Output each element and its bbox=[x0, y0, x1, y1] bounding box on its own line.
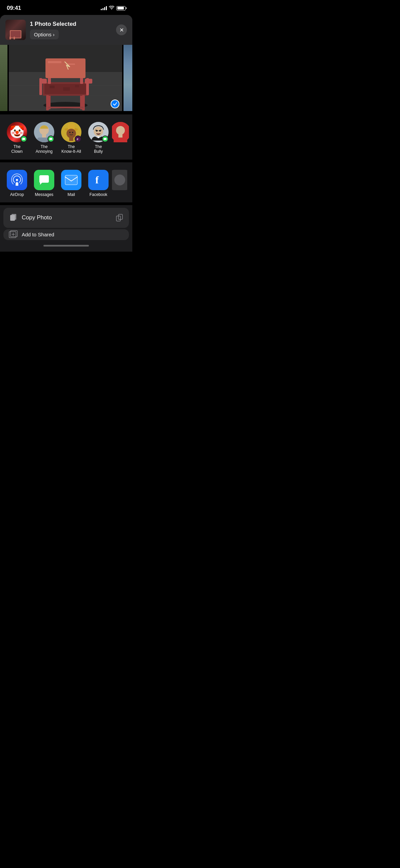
close-icon: ✕ bbox=[119, 27, 124, 33]
app-item-facebook[interactable]: f Facebook bbox=[85, 168, 112, 198]
close-button[interactable]: ✕ bbox=[116, 24, 127, 35]
svg-point-48 bbox=[16, 179, 18, 181]
add-shared-album-icon bbox=[9, 230, 18, 239]
add-shared-album-label: Add to Shared bbox=[22, 232, 54, 237]
mail-icon bbox=[61, 170, 81, 190]
app-item-more-partial[interactable] bbox=[112, 168, 127, 198]
copy-photo-icon bbox=[9, 213, 18, 223]
status-bar: 09:41 bbox=[0, 0, 132, 14]
share-sheet: 1 Photo Selected Options › ✕ bbox=[0, 15, 132, 252]
app-item-mail[interactable]: Mail bbox=[58, 168, 85, 198]
status-time: 09:41 bbox=[7, 5, 21, 12]
svg-rect-46 bbox=[118, 134, 122, 138]
fifth-avatar bbox=[112, 122, 129, 142]
app-item-messages[interactable]: Messages bbox=[31, 168, 58, 198]
airdrop-label: AirDrop bbox=[10, 192, 24, 197]
chair-image bbox=[9, 45, 122, 111]
signal-icon bbox=[101, 6, 107, 10]
airdrop-icon bbox=[7, 170, 27, 190]
section-gap-3 bbox=[0, 202, 132, 205]
svg-point-45 bbox=[116, 126, 125, 135]
copy-photo-row[interactable]: Copy Photo bbox=[3, 208, 129, 228]
svg-point-33 bbox=[66, 129, 76, 138]
messages-label: Messages bbox=[35, 192, 54, 197]
battery-icon bbox=[116, 6, 126, 11]
contact-item-partial[interactable] bbox=[112, 121, 129, 156]
contacts-section: TheClown bbox=[0, 114, 132, 160]
svg-point-41 bbox=[96, 130, 98, 132]
options-chevron: › bbox=[53, 32, 55, 37]
contact-item-annoying[interactable]: TheAnnoying bbox=[31, 121, 58, 156]
svg-point-40 bbox=[94, 127, 103, 136]
svg-rect-49 bbox=[65, 175, 77, 185]
more-app-icon bbox=[112, 170, 127, 190]
svg-rect-17 bbox=[86, 78, 89, 95]
apps-section: AirDrop Messages bbox=[0, 162, 132, 202]
svg-rect-20 bbox=[48, 107, 83, 108]
svg-point-52 bbox=[114, 175, 125, 185]
facebook-label: Facebook bbox=[90, 192, 108, 197]
apps-scroll[interactable]: AirDrop Messages bbox=[0, 168, 132, 198]
svg-rect-47 bbox=[114, 138, 127, 142]
slack-badge: # bbox=[75, 135, 81, 142]
svg-rect-36 bbox=[69, 138, 73, 141]
selected-checkmark bbox=[111, 100, 119, 108]
options-label: Options bbox=[34, 32, 52, 37]
contacts-scroll[interactable]: TheClown bbox=[0, 121, 132, 156]
home-indicator bbox=[43, 245, 89, 247]
copy-photo-icon-right bbox=[115, 214, 123, 222]
right-partial-photo[interactable] bbox=[123, 45, 132, 111]
svg-text:f: f bbox=[95, 174, 99, 185]
messages-badge-bully bbox=[102, 135, 109, 142]
svg-rect-22 bbox=[63, 87, 70, 91]
share-title-area: 1 Photo Selected Options › bbox=[30, 21, 112, 39]
svg-rect-12 bbox=[48, 61, 61, 63]
checkmark-icon bbox=[113, 102, 117, 106]
contact-item-bully[interactable]: TheBully bbox=[85, 121, 112, 156]
photo-strip bbox=[0, 45, 132, 111]
svg-point-42 bbox=[99, 130, 101, 132]
bully-name: TheBully bbox=[94, 144, 103, 154]
share-header: 1 Photo Selected Options › ✕ bbox=[0, 15, 132, 45]
copy-photo-label: Copy Photo bbox=[22, 214, 52, 221]
contact-item-clown[interactable]: TheClown bbox=[3, 121, 31, 156]
actions-section: Copy Photo bbox=[3, 208, 129, 228]
section-gap-1 bbox=[0, 111, 132, 114]
facebook-icon: f bbox=[88, 170, 109, 190]
options-button[interactable]: Options › bbox=[30, 30, 59, 39]
clown-name: TheClown bbox=[11, 144, 22, 154]
svg-point-35 bbox=[72, 132, 73, 133]
section-gap-2 bbox=[0, 160, 132, 162]
selected-photo-thumbnail bbox=[5, 20, 26, 40]
svg-rect-15 bbox=[39, 78, 42, 95]
contact-item-knowitall[interactable]: # TheKnow-It-All bbox=[58, 121, 85, 156]
messages-app-icon bbox=[34, 170, 54, 190]
svg-point-34 bbox=[69, 132, 71, 133]
messages-badge bbox=[20, 135, 27, 142]
svg-rect-54 bbox=[10, 215, 15, 221]
svg-text:#: # bbox=[77, 138, 78, 141]
home-indicator-bar bbox=[0, 240, 132, 252]
left-partial-photo[interactable] bbox=[0, 45, 7, 111]
app-item-airdrop[interactable]: AirDrop bbox=[3, 168, 31, 198]
messages-badge-annoying bbox=[47, 135, 54, 142]
svg-rect-21 bbox=[50, 86, 55, 88]
selected-count-label: 1 Photo Selected bbox=[30, 21, 112, 28]
knowitall-name: TheKnow-It-All bbox=[61, 144, 81, 154]
annoying-name: TheAnnoying bbox=[36, 144, 53, 154]
main-selected-photo[interactable] bbox=[9, 45, 122, 111]
svg-rect-23 bbox=[75, 85, 79, 87]
wifi-icon bbox=[109, 5, 114, 11]
status-icons bbox=[101, 5, 126, 11]
add-shared-album-row[interactable]: Add to Shared bbox=[3, 229, 129, 240]
mail-label: Mail bbox=[68, 192, 75, 197]
